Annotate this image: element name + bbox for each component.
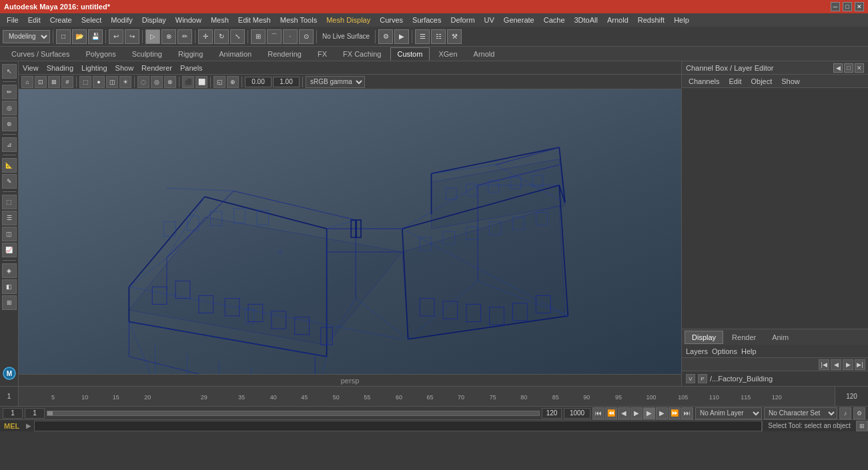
frame-start-input[interactable] [3,408,23,419]
uv-editor-button[interactable]: ◫ [2,227,17,241]
menu-modify[interactable]: Modify [107,15,136,25]
tool-settings-button[interactable]: ⚒ [447,29,462,44]
new-scene-button[interactable]: □ [56,29,71,44]
render-button[interactable]: ▶ [394,29,409,44]
xray-toggle-button[interactable]: ◌ [137,76,149,88]
playback-step-back[interactable]: ⏪ [605,407,617,419]
timeline-scrubber[interactable] [47,411,540,416]
menu-mesh-display[interactable]: Mesh Display [322,15,374,25]
mel-input[interactable] [34,421,762,431]
tab-animation[interactable]: Animation [211,47,259,61]
viewport-menu-lighting[interactable]: Lighting [81,64,107,72]
attribute-editor-button[interactable]: ☷ [431,29,446,44]
undo-button[interactable]: ↩ [109,29,123,44]
camera-mask-button[interactable]: ⬛ [182,76,194,88]
render-settings-button[interactable]: ⚙ [378,29,393,44]
texture-toggle-button[interactable]: ◫ [106,76,118,88]
tab-fx[interactable]: FX [310,47,334,61]
layer-nav-last[interactable]: ▶| [855,359,865,370]
layer-name[interactable]: /...Factory_Building [710,375,864,383]
panel-float-button[interactable]: □ [844,63,853,73]
maximize-button[interactable]: □ [843,2,852,11]
tab-rendering[interactable]: Rendering [260,47,309,61]
status-expand-button[interactable]: ⊞ [856,421,868,431]
node-editor-button[interactable]: ⊞ [2,295,17,310]
char-set-dropdown[interactable]: No Character Set [764,407,837,419]
display-layer-button[interactable]: ☰ [2,211,17,225]
menu-create[interactable]: Create [46,15,76,25]
menu-mesh[interactable]: Mesh [207,15,233,25]
rp-menu-show[interactable]: Show [777,76,804,87]
soft-select-button[interactable]: ⊛ [2,117,17,131]
wireframe-button[interactable]: ⬚ [79,76,91,88]
menu-select[interactable]: Select [77,15,106,25]
anim-end-input[interactable] [564,408,590,419]
menu-surfaces[interactable]: Surfaces [408,15,445,25]
menu-file[interactable]: File [3,15,23,25]
grid-toggle-button[interactable]: # [61,76,73,88]
select-mode-button[interactable]: ↖ [2,64,17,79]
offset-x-input[interactable]: 0.00 [245,77,272,87]
menu-mesh-tools[interactable]: Mesh Tools [276,15,321,25]
range-end-input[interactable] [542,408,562,419]
audio-button[interactable]: ♪ [839,407,851,419]
layers-menu-help[interactable]: Help [741,347,757,355]
graph-editor-button[interactable]: 📈 [2,243,17,257]
smooth-shade-button[interactable]: ● [93,76,105,88]
menu-window[interactable]: Window [171,15,205,25]
save-scene-button[interactable]: 💾 [88,29,103,44]
channel-box-button[interactable]: ☰ [415,29,430,44]
rpanel-tab-anim[interactable]: Anim [765,331,796,344]
outliner-button[interactable]: ◧ [2,279,17,294]
menu-deform[interactable]: Deform [446,15,478,25]
panel-collapse-button[interactable]: ◀ [833,63,843,73]
menu-arnold[interactable]: Arnold [603,15,632,25]
tab-curves-surfaces[interactable]: Curves / Surfaces [4,47,77,61]
workspace-dropdown[interactable]: Modeling [3,30,50,43]
current-frame-input[interactable] [25,408,45,419]
lasso-tool-button[interactable]: ⊗ [161,29,176,44]
snap-point-button[interactable]: · [283,29,298,44]
resolution-button[interactable]: ⊗ [164,76,176,88]
camera-fit-button[interactable]: ⊡ [35,76,47,88]
gate-mask-button[interactable]: ⬜ [195,76,207,88]
annotation-button[interactable]: ✎ [2,174,17,189]
viewport-menu-shading[interactable]: Shading [47,64,73,72]
layer-row[interactable]: V P /...Factory_Building [683,373,867,385]
scale-tool-button[interactable]: ⤡ [230,29,245,44]
tab-sculpting[interactable]: Sculpting [125,47,169,61]
menu-generate[interactable]: Generate [500,15,538,25]
camera-frame-button[interactable]: ⊠ [48,76,60,88]
menu-3dtoall[interactable]: 3DtoAll [570,15,602,25]
paint-select-button[interactable]: ✏ [177,29,192,44]
measure-tool-button[interactable]: 📐 [2,158,17,173]
layers-menu-layers[interactable]: Layers [686,347,708,355]
hud-toggle-button[interactable]: ◱ [213,76,226,88]
snap-grid-button[interactable]: ⊞ [251,29,266,44]
tab-custom[interactable]: Custom [390,47,430,61]
rp-menu-channels[interactable]: Channels [685,76,723,87]
layer-nav-first[interactable]: |◀ [819,359,829,370]
playback-skip-start[interactable]: ⏮ [592,407,604,419]
playback-settings-button[interactable]: ⚙ [853,407,865,419]
camera-home-button[interactable]: ⌂ [21,76,33,88]
layer-nav-prev[interactable]: ◀ [831,359,841,370]
select-tool-button[interactable]: ▷ [145,29,160,44]
layer-nav-next[interactable]: ▶ [843,359,853,370]
rpanel-tab-render[interactable]: Render [725,331,763,344]
anim-layer-dropdown[interactable]: No Anim Layer [695,407,762,419]
snap-surface-button[interactable]: ⊙ [299,29,314,44]
layer-visibility-toggle[interactable]: V [686,374,695,383]
light-toggle-button[interactable]: ☀ [119,76,131,88]
paint-tool-button[interactable]: ✏ [2,85,17,99]
sculpt-tool-button[interactable]: ◎ [2,101,17,115]
playback-next-key[interactable]: ▶ [656,407,668,419]
playback-play-back[interactable]: ▶ [630,407,642,419]
viewport-menu-panels[interactable]: Panels [180,64,203,72]
rp-menu-edit[interactable]: Edit [725,76,745,87]
open-scene-button[interactable]: 📂 [72,29,87,44]
render-region-button[interactable]: ⬚ [2,195,17,209]
isolate-select-button[interactable]: ◎ [151,76,163,88]
tab-rigging[interactable]: Rigging [171,47,210,61]
menu-uv[interactable]: UV [480,15,498,25]
